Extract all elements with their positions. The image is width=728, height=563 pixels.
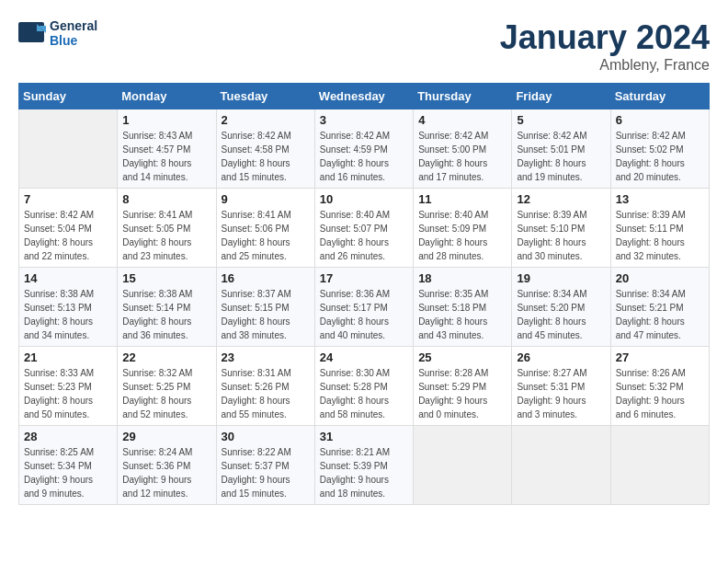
day-info: Sunrise: 8:37 AM Sunset: 5:15 PM Dayligh… [222, 287, 310, 342]
day-info: Sunrise: 8:28 AM Sunset: 5:29 PM Dayligh… [418, 366, 506, 421]
day-number: 18 [418, 271, 506, 285]
day-info: Sunrise: 8:41 AM Sunset: 5:05 PM Dayligh… [122, 208, 210, 263]
day-number: 30 [222, 430, 310, 443]
day-number: 21 [24, 350, 112, 364]
calendar-cell: 18Sunrise: 8:35 AM Sunset: 5:18 PM Dayli… [414, 268, 512, 347]
day-info: Sunrise: 8:34 AM Sunset: 5:21 PM Dayligh… [616, 287, 704, 342]
calendar-header-row: SundayMondayTuesdayWednesdayThursdayFrid… [19, 84, 710, 109]
weekday-header: Monday [118, 84, 216, 109]
day-number: 20 [616, 271, 704, 285]
calendar-week-row: 21Sunrise: 8:33 AM Sunset: 5:23 PM Dayli… [19, 347, 710, 426]
day-info: Sunrise: 8:32 AM Sunset: 5:25 PM Dayligh… [122, 366, 210, 421]
day-number: 4 [418, 113, 506, 127]
header: General Blue January 2024 Ambleny, Franc… [18, 18, 710, 74]
weekday-header: Tuesday [216, 84, 314, 109]
calendar-cell: 25Sunrise: 8:28 AM Sunset: 5:29 PM Dayli… [414, 347, 512, 426]
calendar-cell: 2Sunrise: 8:42 AM Sunset: 4:58 PM Daylig… [216, 109, 314, 189]
day-info: Sunrise: 8:42 AM Sunset: 4:59 PM Dayligh… [320, 129, 408, 184]
day-number: 17 [320, 271, 408, 285]
day-info: Sunrise: 8:36 AM Sunset: 5:17 PM Dayligh… [320, 287, 408, 342]
day-info: Sunrise: 8:38 AM Sunset: 5:14 PM Dayligh… [122, 287, 210, 342]
day-number: 5 [517, 113, 605, 127]
day-number: 29 [122, 430, 210, 443]
day-info: Sunrise: 8:41 AM Sunset: 5:06 PM Dayligh… [222, 208, 310, 263]
weekday-header: Saturday [610, 84, 709, 109]
day-number: 25 [418, 350, 506, 364]
day-number: 15 [122, 271, 210, 285]
day-info: Sunrise: 8:40 AM Sunset: 5:07 PM Dayligh… [320, 208, 408, 263]
day-info: Sunrise: 8:42 AM Sunset: 4:58 PM Dayligh… [222, 129, 310, 184]
day-number: 19 [517, 271, 605, 285]
day-number: 31 [320, 430, 408, 443]
calendar-cell: 11Sunrise: 8:40 AM Sunset: 5:09 PM Dayli… [414, 189, 512, 268]
day-number: 27 [616, 350, 704, 364]
day-info: Sunrise: 8:34 AM Sunset: 5:20 PM Dayligh… [517, 287, 605, 342]
day-info: Sunrise: 8:26 AM Sunset: 5:32 PM Dayligh… [616, 366, 704, 421]
day-number: 16 [222, 271, 310, 285]
calendar-cell: 4Sunrise: 8:42 AM Sunset: 5:00 PM Daylig… [414, 109, 512, 189]
day-info: Sunrise: 8:27 AM Sunset: 5:31 PM Dayligh… [517, 366, 605, 421]
month-title: January 2024 [500, 18, 710, 57]
calendar-cell: 22Sunrise: 8:32 AM Sunset: 5:25 PM Dayli… [118, 347, 216, 426]
title-area: January 2024 Ambleny, France [500, 18, 710, 74]
calendar-body: 1Sunrise: 8:43 AM Sunset: 4:57 PM Daylig… [19, 109, 710, 505]
weekday-header: Wednesday [314, 84, 413, 109]
calendar-cell: 9Sunrise: 8:41 AM Sunset: 5:06 PM Daylig… [216, 189, 314, 268]
day-info: Sunrise: 8:42 AM Sunset: 5:01 PM Dayligh… [517, 129, 605, 184]
day-number: 24 [320, 350, 408, 364]
day-number: 12 [517, 192, 605, 206]
calendar-cell: 10Sunrise: 8:40 AM Sunset: 5:07 PM Dayli… [314, 189, 413, 268]
day-info: Sunrise: 8:40 AM Sunset: 5:09 PM Dayligh… [418, 208, 506, 263]
calendar-cell [414, 426, 512, 505]
logo-text: General Blue [50, 18, 97, 48]
day-info: Sunrise: 8:39 AM Sunset: 5:10 PM Dayligh… [517, 208, 605, 263]
day-number: 26 [517, 350, 605, 364]
calendar-cell: 26Sunrise: 8:27 AM Sunset: 5:31 PM Dayli… [512, 347, 610, 426]
calendar-cell: 7Sunrise: 8:42 AM Sunset: 5:04 PM Daylig… [19, 189, 118, 268]
day-info: Sunrise: 8:21 AM Sunset: 5:39 PM Dayligh… [320, 445, 408, 500]
day-info: Sunrise: 8:42 AM Sunset: 5:00 PM Dayligh… [418, 129, 506, 184]
calendar-cell: 1Sunrise: 8:43 AM Sunset: 4:57 PM Daylig… [118, 109, 216, 189]
calendar-cell [610, 426, 709, 505]
day-info: Sunrise: 8:31 AM Sunset: 5:26 PM Dayligh… [222, 366, 310, 421]
svg-rect-0 [18, 22, 44, 42]
day-number: 23 [222, 350, 310, 364]
calendar-cell: 6Sunrise: 8:42 AM Sunset: 5:02 PM Daylig… [610, 109, 709, 189]
calendar-cell: 17Sunrise: 8:36 AM Sunset: 5:17 PM Dayli… [314, 268, 413, 347]
calendar-table: SundayMondayTuesdayWednesdayThursdayFrid… [18, 83, 710, 505]
calendar-cell: 31Sunrise: 8:21 AM Sunset: 5:39 PM Dayli… [314, 426, 413, 505]
weekday-header: Sunday [19, 84, 118, 109]
day-number: 28 [24, 430, 112, 443]
day-number: 10 [320, 192, 408, 206]
calendar-week-row: 7Sunrise: 8:42 AM Sunset: 5:04 PM Daylig… [19, 189, 710, 268]
calendar-cell: 29Sunrise: 8:24 AM Sunset: 5:36 PM Dayli… [118, 426, 216, 505]
calendar-cell: 21Sunrise: 8:33 AM Sunset: 5:23 PM Dayli… [19, 347, 118, 426]
day-number: 1 [122, 113, 210, 127]
calendar-cell: 5Sunrise: 8:42 AM Sunset: 5:01 PM Daylig… [512, 109, 610, 189]
weekday-header: Friday [512, 84, 610, 109]
day-info: Sunrise: 8:33 AM Sunset: 5:23 PM Dayligh… [24, 366, 112, 421]
calendar-cell: 15Sunrise: 8:38 AM Sunset: 5:14 PM Dayli… [118, 268, 216, 347]
calendar-cell: 3Sunrise: 8:42 AM Sunset: 4:59 PM Daylig… [314, 109, 413, 189]
calendar-week-row: 14Sunrise: 8:38 AM Sunset: 5:13 PM Dayli… [19, 268, 710, 347]
day-number: 3 [320, 113, 408, 127]
day-info: Sunrise: 8:30 AM Sunset: 5:28 PM Dayligh… [320, 366, 408, 421]
calendar-week-row: 28Sunrise: 8:25 AM Sunset: 5:34 PM Dayli… [19, 426, 710, 505]
day-info: Sunrise: 8:25 AM Sunset: 5:34 PM Dayligh… [24, 445, 112, 500]
logo: General Blue [18, 18, 97, 48]
calendar-cell: 13Sunrise: 8:39 AM Sunset: 5:11 PM Dayli… [610, 189, 709, 268]
logo-icon [18, 22, 46, 44]
day-number: 13 [616, 192, 704, 206]
calendar-cell: 16Sunrise: 8:37 AM Sunset: 5:15 PM Dayli… [216, 268, 314, 347]
day-number: 11 [418, 192, 506, 206]
day-info: Sunrise: 8:39 AM Sunset: 5:11 PM Dayligh… [616, 208, 704, 263]
calendar-cell: 8Sunrise: 8:41 AM Sunset: 5:05 PM Daylig… [118, 189, 216, 268]
calendar-cell: 20Sunrise: 8:34 AM Sunset: 5:21 PM Dayli… [610, 268, 709, 347]
calendar-cell: 12Sunrise: 8:39 AM Sunset: 5:10 PM Dayli… [512, 189, 610, 268]
day-info: Sunrise: 8:24 AM Sunset: 5:36 PM Dayligh… [122, 445, 210, 500]
day-number: 9 [222, 192, 310, 206]
day-number: 6 [616, 113, 704, 127]
calendar-cell: 24Sunrise: 8:30 AM Sunset: 5:28 PM Dayli… [314, 347, 413, 426]
day-number: 2 [222, 113, 310, 127]
calendar-cell: 30Sunrise: 8:22 AM Sunset: 5:37 PM Dayli… [216, 426, 314, 505]
